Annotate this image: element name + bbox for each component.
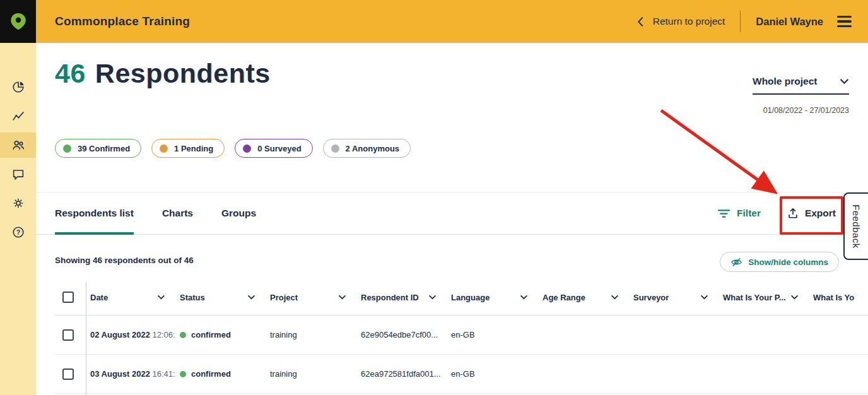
column-header-age-range[interactable]: Age Range (538, 293, 629, 302)
help-icon: ? (11, 225, 25, 239)
confirmed-dot (63, 144, 71, 153)
app-title: Commonplace Training (55, 15, 190, 28)
feedback-tab[interactable]: Feedback (843, 192, 868, 260)
sidebar-item-comments[interactable] (0, 162, 36, 187)
row-checkbox[interactable] (62, 329, 74, 341)
sidebar-item-help[interactable]: ? (0, 220, 36, 245)
scope-label: Whole project (753, 76, 817, 87)
topbar-right: Return to project Daniel Wayne (637, 11, 868, 32)
chevron-down-icon (247, 295, 255, 300)
row-checkbox[interactable] (62, 368, 74, 380)
cell-respondent-id: 62ea972581fdfa001... (356, 369, 447, 379)
pill-confirmed[interactable]: 39 Confirmed (55, 139, 141, 158)
export-upload-icon (787, 208, 799, 219)
return-to-project-link[interactable]: Return to project (637, 16, 725, 27)
show-hide-label: Show/hide columns (748, 257, 828, 267)
top-bar: Commonplace Training Return to project D… (0, 0, 868, 43)
pill-label: 39 Confirmed (78, 144, 130, 153)
chevron-down-icon (611, 295, 619, 300)
respondents-table: Date Status Project Respondent ID Langua… (55, 280, 868, 395)
cell-project: training (266, 330, 356, 339)
export-label: Export (805, 208, 836, 219)
commonplace-logo[interactable] (0, 0, 36, 43)
filter-label: Filter (737, 208, 761, 219)
chevron-down-icon (428, 295, 437, 300)
chevron-down-icon (790, 295, 799, 300)
pill-surveyed[interactable]: 0 Surveyed (235, 139, 312, 158)
surveyed-dot (243, 144, 251, 153)
cell-status: confirmed (175, 330, 266, 339)
pill-label: 2 Anonymous (346, 144, 399, 153)
user-name[interactable]: Daniel Wayne (756, 16, 823, 28)
column-header-date[interactable]: Date (86, 293, 175, 302)
select-all-checkbox[interactable] (62, 292, 74, 303)
chevron-down-icon (520, 295, 528, 300)
status-dot (180, 371, 186, 377)
page-title: 46Respondents (55, 58, 271, 89)
respondent-count: 46 (55, 58, 86, 88)
column-header-question-2[interactable]: What Is Yo (809, 293, 868, 302)
chevron-down-icon (700, 295, 708, 300)
column-header-respondent-id[interactable]: Respondent ID (356, 293, 447, 302)
eye-off-icon (730, 256, 742, 268)
column-header-question-1[interactable]: What Is Your P... (718, 293, 809, 302)
chevron-down-icon (840, 78, 849, 85)
tab-groups[interactable]: Groups (221, 192, 256, 234)
cell-language: en-GB (447, 330, 538, 339)
cell-respondent-id: 62e9054edbe7cf00... (356, 330, 447, 339)
export-button[interactable]: Export (787, 208, 836, 219)
comment-icon (11, 167, 25, 181)
show-hide-columns-button[interactable]: Show/hide columns (720, 252, 839, 272)
return-link-label: Return to project (653, 16, 725, 27)
cell-date: 03 August 2022 16:41:2 (86, 369, 175, 379)
tabs-row: Respondents list Charts Groups Filter Ex… (36, 192, 868, 235)
tab-respondents-list[interactable]: Respondents list (55, 192, 134, 234)
status-dot (180, 332, 186, 338)
svg-text:?: ? (16, 229, 20, 236)
sidebar-item-respondents[interactable] (0, 133, 36, 158)
column-header-project[interactable]: Project (266, 293, 356, 302)
tabs: Respondents list Charts Groups (55, 192, 256, 234)
sidebar-item-dashboard[interactable] (0, 74, 36, 100)
line-chart-icon (11, 109, 25, 123)
status-pills: 39 Confirmed 1 Pending 0 Surveyed 2 Anon… (55, 139, 411, 158)
people-icon (11, 138, 25, 152)
pending-dot (160, 144, 168, 153)
filter-button[interactable]: Filter (718, 208, 761, 219)
pill-label: 0 Surveyed (257, 144, 301, 153)
column-header-surveyor[interactable]: Surveyor (629, 293, 718, 302)
topbar-divider (740, 11, 741, 32)
gear-icon (11, 196, 25, 210)
hamburger-menu-icon[interactable] (837, 16, 852, 28)
main-content: 46Respondents Whole project 01/08/2022 -… (36, 43, 868, 395)
table-header-row: Date Status Project Respondent ID Langua… (55, 280, 868, 315)
tab-charts[interactable]: Charts (162, 192, 193, 234)
project-scope-dropdown[interactable]: Whole project (753, 76, 849, 95)
cell-language: en-GB (447, 369, 538, 379)
column-header-language[interactable]: Language (447, 293, 538, 302)
results-summary: Showing 46 respondents out of 46 (55, 256, 194, 265)
map-pin-icon (9, 12, 28, 31)
pie-chart-icon (11, 80, 25, 94)
table-vertical-divider (86, 282, 86, 395)
sidebar: ? (0, 43, 36, 395)
cell-date: 02 August 2022 12:06:5 (86, 330, 175, 339)
table-row[interactable]: 02 August 2022 12:06:5 confirmed trainin… (55, 315, 868, 355)
page-title-text: Respondents (95, 58, 271, 88)
sidebar-item-settings[interactable] (0, 191, 36, 216)
pill-label: 1 Pending (174, 144, 213, 153)
chevron-down-icon (157, 295, 165, 300)
pill-anonymous[interactable]: 2 Anonymous (323, 139, 411, 158)
chevron-down-icon (338, 295, 346, 300)
column-header-status[interactable]: Status (175, 293, 266, 302)
cell-project: training (266, 369, 356, 379)
anonymous-dot (331, 144, 339, 153)
cell-status: confirmed (175, 369, 266, 379)
chevron-left-icon (637, 16, 644, 27)
sidebar-item-analytics[interactable] (0, 103, 36, 129)
filter-icon (718, 209, 730, 218)
table-row[interactable]: 03 August 2022 16:41:2 confirmed trainin… (55, 355, 868, 394)
pill-pending[interactable]: 1 Pending (151, 139, 225, 158)
date-range: 01/08/2022 - 27/01/2023 (763, 106, 849, 115)
